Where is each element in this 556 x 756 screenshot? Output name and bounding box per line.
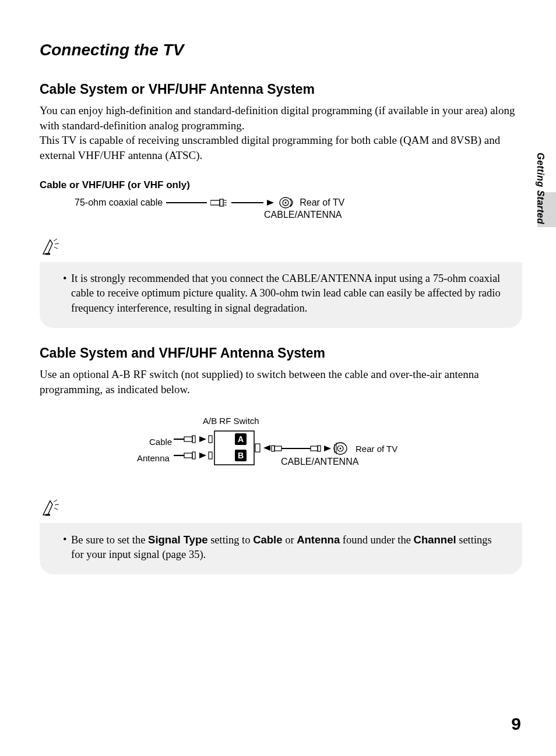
section-heading-1: Cable System or VHF/UHF Antenna System: [40, 82, 521, 97]
cable-line-icon: [231, 202, 263, 203]
diagram-2-cable-label: Cable: [149, 437, 172, 447]
section-1-paragraph-2: This TV is capable of receiving unscramb…: [40, 133, 521, 162]
diagram-2: A/B RF Switch Cable Antenna Rear of TV C…: [98, 418, 521, 488]
svg-line-11: [55, 243, 59, 244]
svg-line-12: [54, 247, 58, 249]
svg-rect-27: [275, 446, 281, 451]
svg-line-40: [54, 508, 58, 510]
svg-rect-24: [255, 444, 260, 452]
section-heading-2: Cable System and VHF/UHF Antenna System: [40, 345, 521, 361]
diagram-2-rear-label: Rear of TV: [356, 444, 397, 454]
svg-rect-20: [192, 452, 195, 459]
diagram-1-coax-label: 75-ohm coaxial cable: [75, 197, 163, 208]
svg-point-34: [340, 447, 342, 449]
svg-point-8: [285, 202, 287, 203]
svg-rect-23: [214, 431, 254, 465]
svg-rect-19: [184, 453, 192, 458]
svg-line-39: [55, 504, 59, 505]
diagram-2-antenna-label: Antenna: [137, 453, 170, 463]
svg-rect-17: [209, 436, 212, 443]
note-box-2: Be sure to set the Signal Type setting t…: [40, 523, 522, 575]
svg-rect-30: [318, 446, 321, 451]
coax-plug-icon: [210, 197, 228, 208]
section-1-paragraph-1: You can enjoy high-definition and standa…: [40, 103, 521, 133]
svg-marker-31: [324, 446, 331, 451]
note-1-text: It is strongly recommended that you conn…: [63, 271, 505, 317]
cable-line-icon: [166, 202, 207, 203]
svg-line-38: [54, 500, 57, 502]
svg-rect-14: [184, 437, 192, 441]
svg-marker-21: [199, 453, 206, 458]
svg-marker-5: [267, 200, 274, 206]
section-tab-label: Getting Started: [535, 153, 546, 224]
section-2-paragraph: Use an optional A-B RF switch (not suppl…: [40, 367, 521, 397]
page-number: 9: [511, 714, 521, 734]
note-2-text: Be sure to set the Signal Type setting t…: [63, 532, 505, 563]
svg-marker-16: [199, 436, 206, 442]
svg-rect-29: [311, 446, 318, 451]
svg-rect-22: [209, 452, 212, 459]
diagram-1-rear-label: Rear of TV: [300, 197, 344, 208]
svg-rect-0: [210, 200, 220, 205]
diagram-1-port-label: CABLE/ANTENNA: [264, 210, 342, 220]
ab-switch-diagram-icon: [174, 428, 360, 469]
diagram-1-title: Cable or VHF/UHF (or VHF only): [40, 179, 521, 191]
page-title: Connecting the TV: [40, 41, 521, 59]
tip-icon: [40, 238, 521, 259]
svg-line-10: [54, 239, 57, 241]
diagram-2-switch-label: A/B RF Switch: [203, 416, 259, 426]
coax-jack-icon: [279, 197, 296, 209]
svg-rect-26: [272, 446, 275, 451]
svg-marker-25: [263, 445, 270, 451]
svg-rect-1: [220, 199, 223, 206]
diagram-1: 75-ohm coaxial cable Rear of TV CABLE/A: [75, 197, 521, 220]
document-page: Getting Started Connecting the TV Cable …: [0, 0, 556, 756]
arrow-right-icon: [267, 199, 275, 207]
tip-icon: [40, 499, 521, 520]
svg-rect-15: [192, 436, 195, 443]
note-box-1: It is strongly recommended that you conn…: [40, 262, 522, 328]
